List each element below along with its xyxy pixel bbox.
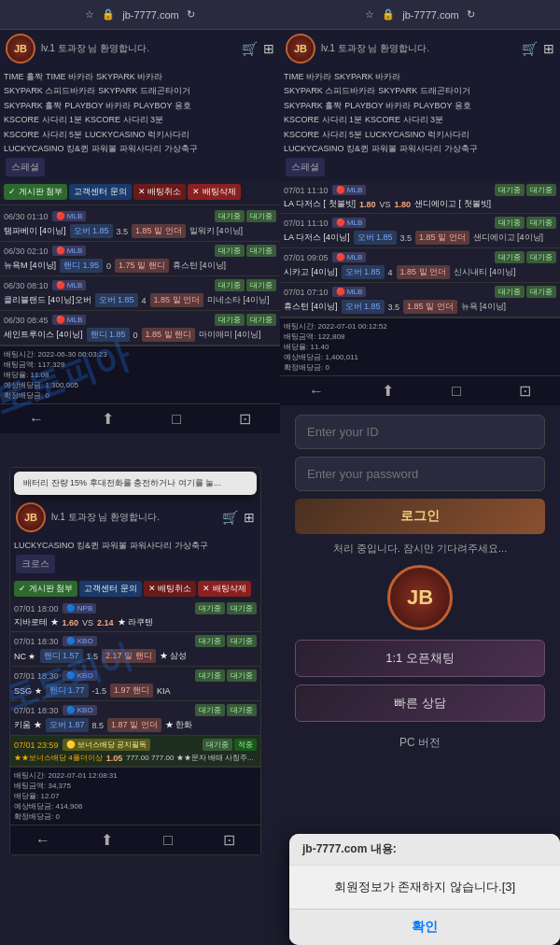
overlay-nav-powerball[interactable]: 파워볼 xyxy=(102,539,127,552)
overlay-action-buttons: ✓ 게시판 첨부 고객센터 문의 ✕ 배팅취소 ✕ 배팅삭제 xyxy=(10,578,260,599)
overlay-nav-back[interactable]: ← xyxy=(35,832,50,849)
bet-row-2: 06/30 02:10 🔴 MLB 대기중 대기중 뉴욕M [4이닝] 핸디 1… xyxy=(0,242,280,276)
right-bet-row-4: 07/01 07:10 🔴 MLB 대기중 대기중 휴스턴 [4이닝] 오버 1… xyxy=(280,283,560,317)
overlay-cancel-btn[interactable]: ✕ 배팅취소 xyxy=(144,581,197,597)
overlay-nav-virtual-soccer[interactable]: 가상축구 xyxy=(175,539,208,552)
right-nav-kscore-3min[interactable]: KSCORE 사다리 3분 xyxy=(365,113,443,126)
nav-skypark-baccarat[interactable]: SKYPARK 바카라 xyxy=(96,70,162,83)
overlay-bookmark-icon[interactable]: □ xyxy=(163,832,173,849)
overlay-grid-icon[interactable]: ⊞ xyxy=(244,510,255,525)
right-nav-skypark-baccarat[interactable]: SKYPARK 바카라 xyxy=(334,70,400,83)
cancel-bet-btn[interactable]: ✕ 배팅취소 xyxy=(133,184,187,200)
right-nav-time-baccarat[interactable]: TIME 바카라 xyxy=(284,70,331,83)
right-cart-icon[interactable]: 🛒 xyxy=(522,41,538,56)
overlay-board-btn[interactable]: ✓ 게시판 첨부 xyxy=(14,581,77,597)
overlay-nav-power-ladder[interactable]: 파워사다리 xyxy=(130,539,172,552)
nav-playboy-yongho[interactable]: PLAYBOY 용호 xyxy=(133,99,191,112)
consult-button[interactable]: 빠른 상담 xyxy=(295,684,545,722)
nav-skypark-holjeok[interactable]: SKYPARK 홀짝 xyxy=(4,99,62,112)
left-browser-bar: ☆ 🔒 jb-7777.com ↻ xyxy=(0,0,280,30)
right-star-icon: ☆ xyxy=(365,8,374,21)
left-bookmark-icon[interactable]: □ xyxy=(172,411,181,428)
overlay-cross-btn[interactable]: 크로스 xyxy=(16,555,55,573)
nav-time-baccarat[interactable]: TIME 바카라 xyxy=(46,70,93,83)
right-bet-row-1: 07/01 11:10 🔴 MLB 대기중 대기중 LA 다저스 [ 첫볼빗] … xyxy=(280,181,560,214)
bet-status-2a: 대기중 xyxy=(215,245,245,257)
login-button[interactable]: 로그인 xyxy=(295,499,545,534)
right-nav-playboy-baccarat[interactable]: PLAYBOY 바카라 xyxy=(344,99,411,112)
bet-status-4b: 대기중 xyxy=(246,314,276,326)
right-bet-row-3: 07/01 09:05 🔴 MLB 대기중 대기중 시카고 [4이닝] 오버 1… xyxy=(280,248,560,283)
overlay-nav-lucky-king[interactable]: LUCKYCASINO 킹&퀸 xyxy=(14,539,99,552)
right-bet-expected: 예상배당금: 1,400,011 xyxy=(284,352,556,362)
nav-power-ladder[interactable]: 파워사다리 xyxy=(119,142,161,155)
right-tab-icon[interactable]: ⊡ xyxy=(519,382,531,400)
alert-dialog: jb-7777.com 내용: 회원정보가 존재하지 않습니다.[3] 확인 xyxy=(289,834,560,945)
right-bet-amount: 배팅금액: 122,808 xyxy=(284,331,556,342)
nav-kscore-5min[interactable]: KSCORE 사다리 5분 xyxy=(4,128,82,141)
right-bet-row-2: 07/01 11:10 🔴 MLB 대기중 대기중 LA 다저스 [4이닝] 오… xyxy=(280,214,560,248)
left-header-icons: 🛒 ⊞ xyxy=(242,41,274,56)
overlay-customer-btn[interactable]: 고객센터 문의 xyxy=(79,581,142,597)
right-logo: JB xyxy=(286,34,315,63)
right-nav-kscore-5min[interactable]: KSCORE 사다리 5분 xyxy=(284,128,362,141)
nav-playboy-baccarat[interactable]: PLAYBOY 바카라 xyxy=(64,99,131,112)
right-nav-power-ladder[interactable]: 파워사다리 xyxy=(399,142,441,155)
overlay-site-header: JB lv.1 토과장 님 환영합니다. 🛒 ⊞ xyxy=(10,499,260,536)
customer-btn[interactable]: 고객센터 문의 xyxy=(69,184,132,200)
bet-teams-1: 탬파베이 [4이닝] 오버 1.85 3.5 1.85 밑 언더 밀워키 [4이… xyxy=(4,224,276,238)
right-special-btn[interactable]: 스페셜 xyxy=(286,158,325,176)
right-bet-confirm: 확정배당금: 0 xyxy=(284,362,556,373)
board-attach-btn[interactable]: ✓ 게시판 첨부 xyxy=(4,184,67,200)
nav-lucky-king[interactable]: LUCKYCASINO 킹&퀸 xyxy=(4,142,89,155)
left-share-icon[interactable]: ⬆ xyxy=(102,410,114,428)
right-nav-skypark-dragon[interactable]: SKYPARK 드래곤타이거 xyxy=(378,84,469,97)
right-grid-icon[interactable]: ⊞ xyxy=(543,41,554,56)
right-reload-icon[interactable]: ↻ xyxy=(467,8,475,21)
right-bookmark-icon[interactable]: □ xyxy=(452,383,461,400)
chat-button[interactable]: 1:1 오픈채팅 xyxy=(295,640,545,677)
right-nav-skypark-speed[interactable]: SKYPARK 스피드바카라 xyxy=(284,84,375,97)
right-bet-info-bar: 배팅시간: 2022-07-01 00:12:52 배팅금액: 122,808 … xyxy=(280,317,560,375)
id-input[interactable] xyxy=(295,415,545,449)
right-nav-powerball[interactable]: 파워볼 xyxy=(371,142,397,155)
right-url: jb-7777.com xyxy=(402,9,459,21)
nav-skypark-dragon[interactable]: SKYPARK 드래곤타이거 xyxy=(98,84,189,97)
nav-virtual-soccer[interactable]: 가상축구 xyxy=(164,142,198,155)
right-nav-lucky-king[interactable]: LUCKYCASINO 킹&퀸 xyxy=(284,142,369,155)
cart-icon[interactable]: 🛒 xyxy=(242,41,258,56)
left-tab-icon[interactable]: ⊡ xyxy=(239,410,251,428)
right-nav-back[interactable]: ← xyxy=(309,383,324,400)
right-lock-icon: 🔒 xyxy=(382,8,395,21)
left-nav-menu: TIME 홀짝 TIME 바카라 SKYPARK 바카라 SKYPARK 스피드… xyxy=(0,67,280,181)
right-nav-playboy-yongho[interactable]: PLAYBOY 용호 xyxy=(413,99,471,112)
overlay-share-icon[interactable]: ⬆ xyxy=(101,831,113,849)
overlay-tab-icon[interactable]: ⊡ xyxy=(223,831,235,849)
battery-notification[interactable]: 배터리 잔량 15% 후대전화를 충전하거나 여기를 눌... xyxy=(14,472,257,495)
nav-kscore-1min[interactable]: KSCORE 사다리 1분 xyxy=(4,113,82,126)
bet-teams-3: 클리블랜드 [4이닝]오버 오버 1.85 4 1.85 밑 언더 미네소타 [… xyxy=(4,293,276,307)
nav-lucky-ladder[interactable]: LUCKYCASINO 럭키사다리 xyxy=(85,128,189,141)
left-bet-info-bar: 배팅시간: 2022-06-30 00:03:23 배팅금액: 117,329 … xyxy=(0,346,280,403)
alert-confirm-button[interactable]: 확인 xyxy=(289,909,560,945)
right-nav-skypark-holjeok[interactable]: SKYPARK 홀짝 xyxy=(284,99,342,112)
right-nav-kscore-1min[interactable]: KSCORE 사다리 1분 xyxy=(284,113,362,126)
nav-time-holjeok[interactable]: TIME 홀짝 xyxy=(4,70,43,83)
password-input[interactable] xyxy=(295,457,545,491)
nav-skypark-speed[interactable]: SKYPARK 스피드바카라 xyxy=(4,84,95,97)
right-nav-lucky-ladder[interactable]: LUCKYCASINO 럭키사다리 xyxy=(365,128,469,141)
right-share-icon[interactable]: ⬆ xyxy=(382,382,394,400)
left-nav-back[interactable]: ← xyxy=(29,411,44,428)
overlay-cart-icon[interactable]: 🛒 xyxy=(222,510,238,525)
nav-kscore-3min[interactable]: KSCORE 사다리 3분 xyxy=(85,113,163,126)
reload-icon[interactable]: ↻ xyxy=(187,8,195,21)
right-header-icons: 🛒 ⊞ xyxy=(522,41,554,56)
overlay-delete-btn[interactable]: ✕ 배팅삭제 xyxy=(198,581,251,597)
right-site-header: JB lv.1 토과장 님 환영합니다. 🛒 ⊞ xyxy=(280,30,560,67)
nav-powerball[interactable]: 파워볼 xyxy=(91,142,117,155)
special-btn[interactable]: 스페셜 xyxy=(6,158,45,176)
pc-version-link[interactable]: PC 버전 xyxy=(295,735,545,751)
delete-bet-btn[interactable]: ✕ 배팅삭제 xyxy=(188,184,241,200)
right-nav-virtual-soccer[interactable]: 가상축구 xyxy=(444,142,478,155)
grid-icon[interactable]: ⊞ xyxy=(263,41,274,56)
